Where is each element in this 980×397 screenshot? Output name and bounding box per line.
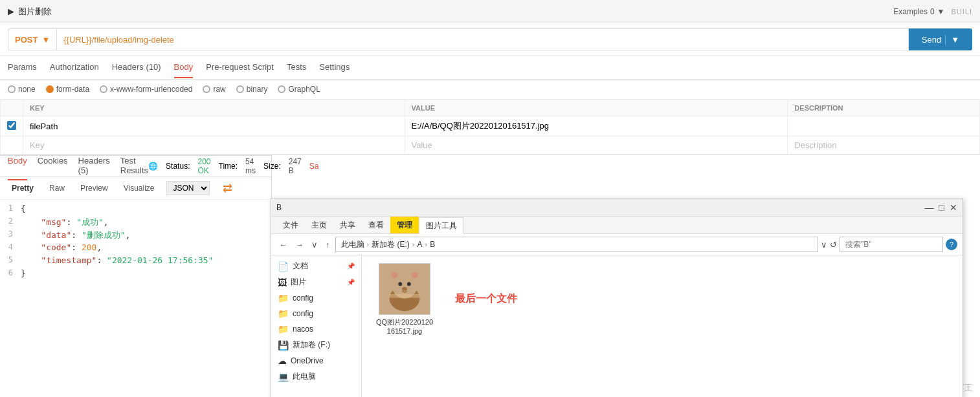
empty-desc[interactable]: Description [788, 136, 980, 155]
row-key[interactable]: filePath [23, 116, 405, 136]
tab-params[interactable]: Params [8, 57, 37, 78]
tab-body[interactable]: Body [174, 57, 194, 78]
sidebar-item-documents[interactable]: 📄 文档 📌 [271, 258, 361, 274]
sidebar-item-drive-f[interactable]: 💾 新加卷 (F:) [271, 337, 361, 353]
computer-icon: 💻 [278, 372, 289, 382]
nav-up-button[interactable]: ↑ [323, 239, 333, 251]
body-type-none[interactable]: none [8, 85, 36, 94]
empty-value[interactable]: Value [405, 136, 788, 155]
method-select[interactable]: POST ▼ [8, 28, 56, 50]
pictures-icon: 🖼 [278, 277, 287, 288]
body-type-binary[interactable]: binary [236, 85, 268, 94]
body-type-urlencoded[interactable]: x-www-form-urlencoded [100, 85, 192, 94]
format-visualize[interactable]: Visualize [120, 182, 159, 194]
row-checkbox-cell[interactable] [1, 116, 23, 136]
tab-settings[interactable]: Settings [319, 57, 350, 78]
clear-button[interactable]: ⇄ [223, 181, 232, 195]
url-bar: POST ▼ Send ▼ [0, 23, 980, 56]
code-line-4: 4 "code": 200, [0, 242, 271, 255]
code-line-3: 3 "data": "删除成功", [0, 230, 271, 242]
sidebar-item-config2[interactable]: 📁 config [271, 306, 361, 321]
th-value: VALUE [405, 100, 788, 116]
last-file-label: 最后一个文件 [455, 292, 517, 306]
fe-main-area: 📄 文档 📌 🖼 图片 📌 📁 config 📁 config 📁 nacos [271, 255, 963, 397]
response-tabs-bar: Body Cookies Headers (5) Test Results 🌐 … [0, 155, 271, 177]
help-button[interactable]: ? [946, 239, 957, 250]
ribbon-tab-file[interactable]: 文件 [276, 217, 305, 233]
path-part-a[interactable]: A [418, 240, 423, 249]
sidebar-item-this-pc[interactable]: 💻 此电脑 [271, 369, 361, 385]
path-part-pc[interactable]: 此电脑 [341, 239, 364, 250]
sidebar-item-config1[interactable]: 📁 config [271, 290, 361, 306]
sidebar-item-onedrive[interactable]: ☁ OneDrive [271, 353, 361, 369]
maximize-button[interactable]: □ [939, 202, 944, 213]
th-key: KEY [23, 100, 405, 116]
sidebar-label-config2: config [293, 309, 313, 318]
close-button[interactable]: ✕ [950, 202, 957, 213]
body-type-raw[interactable]: raw [203, 85, 225, 94]
response-tabs: Body Cookies Headers (5) Test Results [8, 152, 148, 180]
resp-tab-body[interactable]: Body [8, 152, 27, 180]
top-bar: ▶ 图片删除 Examples 0 ▼ BUILI [0, 0, 980, 23]
sidebar-label-pictures: 图片 [291, 277, 306, 288]
search-input[interactable] [840, 237, 943, 252]
size-label: Size: [263, 162, 281, 171]
app-title: ▶ 图片删除 [8, 6, 52, 17]
resp-tab-test-results[interactable]: Test Results [120, 152, 148, 180]
params-table: KEY VALUE DESCRIPTION filePath E://A/B/Q… [0, 100, 980, 155]
response-code-panel: 1 { 2 "msg": "成功", 3 "data": "删除成功", 4 "… [0, 200, 271, 310]
fe-titlebar: B — □ ✕ [271, 198, 963, 217]
tab-authorization[interactable]: Authorization [50, 57, 99, 78]
resp-tab-cookies[interactable]: Cookies [38, 152, 68, 180]
build-label: BUILI [951, 8, 972, 16]
nav-up-dropdown-button[interactable]: ∨ [309, 239, 320, 251]
code-line-1: 1 { [0, 204, 271, 217]
resp-tab-headers[interactable]: Headers (5) [78, 152, 110, 180]
body-type-graphql[interactable]: GraphQL [278, 85, 320, 94]
ribbon-tab-share[interactable]: 共享 [333, 217, 362, 233]
ribbon-tab-manage[interactable]: 管理 [390, 217, 419, 233]
fe-path-bar[interactable]: 此电脑 › 新加卷 (E:) › A › B [335, 237, 819, 252]
send-button[interactable]: Send ▼ [909, 28, 972, 50]
url-input[interactable] [56, 28, 908, 50]
format-preview[interactable]: Preview [76, 182, 112, 194]
chevron-down-icon: ▼ [937, 7, 945, 16]
nav-forward-button[interactable]: → [293, 239, 306, 251]
chevron-down-icon: ▼ [41, 35, 50, 45]
minimize-button[interactable]: — [925, 202, 934, 213]
ribbon-tab-view[interactable]: 查看 [362, 217, 390, 233]
tab-headers[interactable]: Headers (10) [112, 57, 161, 78]
top-bar-right: Examples 0 ▼ BUILI [893, 7, 972, 16]
sidebar-label-this-pc: 此电脑 [293, 371, 316, 382]
nav-back-button[interactable]: ← [276, 239, 290, 251]
ribbon-tab-home[interactable]: 主页 [305, 217, 333, 233]
size-value: 247 B [289, 157, 302, 175]
globe-icon[interactable]: 🌐 [148, 162, 158, 171]
body-type-form-data[interactable]: form-data [46, 85, 89, 94]
tab-tests[interactable]: Tests [287, 57, 306, 78]
ribbon-tab-picture-tools[interactable]: 图片工具 [419, 217, 464, 234]
row-checkbox[interactable] [7, 121, 16, 130]
document-icon: 📄 [278, 261, 289, 272]
tab-pre-request[interactable]: Pre-request Script [206, 57, 274, 78]
sidebar-item-nacos[interactable]: 📁 nacos [271, 321, 361, 337]
save-button[interactable]: Sa [309, 162, 319, 171]
format-raw[interactable]: Raw [45, 182, 69, 194]
path-part-b[interactable]: B [430, 240, 435, 249]
row-value[interactable]: E://A/B/QQ图片20220120161517.jpg [405, 116, 788, 136]
refresh-button[interactable]: ↺ [830, 240, 837, 250]
format-pretty[interactable]: Pretty [8, 182, 38, 194]
drive-icon: 💾 [278, 340, 289, 350]
fe-title: B [276, 203, 282, 212]
path-dropdown-button[interactable]: ∨ [821, 240, 827, 250]
send-arrow-icon[interactable]: ▼ [945, 35, 959, 45]
file-thumbnail [379, 263, 430, 315]
examples-button[interactable]: Examples 0 ▼ [893, 7, 944, 16]
path-part-drive[interactable]: 新加卷 (E:) [372, 239, 410, 250]
radio-none [8, 85, 16, 93]
fe-content-area: QQ图片20220120161517.jpg 最后一个文件 [362, 255, 963, 397]
sidebar-item-pictures[interactable]: 🖼 图片 📌 [271, 274, 361, 290]
row-description[interactable] [788, 116, 980, 136]
json-format-select[interactable]: JSON [166, 181, 210, 195]
file-item-qq[interactable]: QQ图片20220120161517.jpg [372, 261, 437, 338]
